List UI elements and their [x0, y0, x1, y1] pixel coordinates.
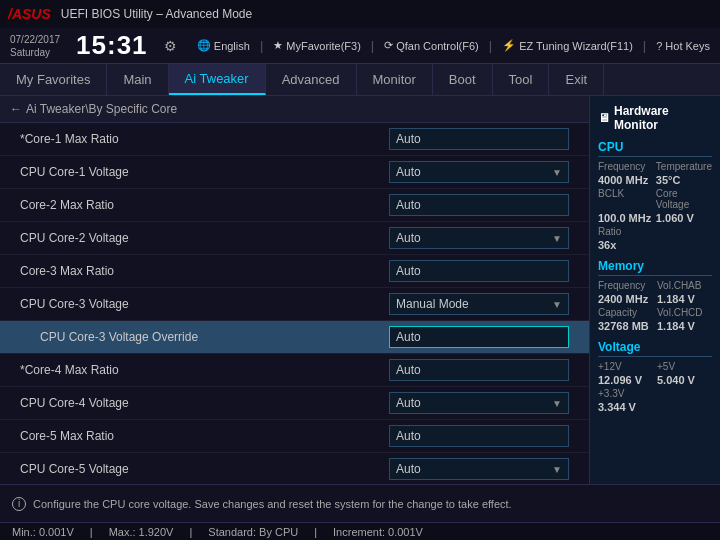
settings-panel: ← Ai Tweaker\By Specific Core *Core-1 Ma… — [0, 96, 590, 484]
constraints-bar: Min.: 0.001V | Max.: 1.920V | Standard: … — [0, 522, 720, 540]
setting-core2-max[interactable]: Core-2 Max Ratio Auto — [0, 189, 589, 222]
language-tool[interactable]: 🌐 English — [197, 39, 250, 52]
dropdown-arrow-icon: ▼ — [552, 464, 562, 475]
tab-boot[interactable]: Boot — [433, 64, 493, 95]
hardware-monitor-panel: 🖥 Hardware Monitor CPU Frequency Tempera… — [590, 96, 720, 484]
hw-label: Core Voltage — [656, 188, 712, 210]
setting-core1-voltage[interactable]: CPU Core-1 Voltage Auto ▼ — [0, 156, 589, 189]
tab-my-favorites[interactable]: My Favorites — [0, 64, 107, 95]
hw-label: +5V — [657, 361, 712, 372]
setting-value[interactable]: Auto — [389, 128, 569, 150]
setting-label: Core-5 Max Ratio — [20, 429, 389, 443]
hw-value: 12.096 V — [598, 374, 653, 386]
setting-value[interactable]: Auto — [389, 425, 569, 447]
setting-core1-max[interactable]: *Core-1 Max Ratio Auto — [0, 123, 589, 156]
setting-value[interactable]: Auto — [389, 260, 569, 282]
setting-label: CPU Core-3 Voltage — [20, 297, 389, 311]
hw-memory-title: Memory — [598, 259, 712, 276]
hw-voltage-grid: +12V +5V 12.096 V 5.040 V +3.3V 3.344 V — [598, 361, 712, 413]
hotkeys-tool[interactable]: ? Hot Keys — [656, 40, 710, 52]
setting-label: *Core-1 Max Ratio — [20, 132, 389, 146]
hw-value: 3.344 V — [598, 401, 653, 413]
max-value: Max.: 1.920V — [109, 526, 174, 538]
hw-memory-grid: Frequency Vol.CHAB 2400 MHz 1.184 V Capa… — [598, 280, 712, 332]
setting-core3-override[interactable]: CPU Core-3 Voltage Override Auto — [0, 321, 589, 354]
tab-advanced[interactable]: Advanced — [266, 64, 357, 95]
hw-value: 32768 MB — [598, 320, 653, 332]
ez-tuning-tool[interactable]: ⚡ EZ Tuning Wizard(F11) — [502, 39, 633, 52]
setting-core2-voltage[interactable]: CPU Core-2 Voltage Auto ▼ — [0, 222, 589, 255]
setting-value[interactable]: Auto — [389, 359, 569, 381]
tab-monitor[interactable]: Monitor — [357, 64, 433, 95]
date: 07/22/2017 — [10, 33, 60, 46]
hw-label: Vol.CHCD — [657, 307, 712, 318]
hw-value: 2400 MHz — [598, 293, 653, 305]
setting-core3-max[interactable]: Core-3 Max Ratio Auto — [0, 255, 589, 288]
info-text: i Configure the CPU core voltage. Save c… — [12, 497, 708, 511]
dropdown-arrow-icon: ▼ — [552, 233, 562, 244]
setting-dropdown[interactable]: Auto ▼ — [389, 161, 569, 183]
qfan-tool[interactable]: ⟳ Qfan Control(F6) — [384, 39, 479, 52]
min-value: Min.: 0.001V — [12, 526, 74, 538]
setting-dropdown[interactable]: Manual Mode ▼ — [389, 293, 569, 315]
hw-label: Vol.CHAB — [657, 280, 712, 291]
day: Saturday — [10, 46, 60, 59]
setting-label: *Core-4 Max Ratio — [20, 363, 389, 377]
hw-value: 5.040 V — [657, 374, 712, 386]
top-bar: /ASUS UEFI BIOS Utility – Advanced Mode — [0, 0, 720, 28]
setting-label: CPU Core-1 Voltage — [20, 165, 389, 179]
back-arrow-icon[interactable]: ← — [10, 102, 22, 116]
info-icon: i — [12, 497, 26, 511]
dropdown-arrow-icon: ▼ — [552, 299, 562, 310]
hw-label: +12V — [598, 361, 653, 372]
hw-label: Temperature — [656, 161, 712, 172]
hw-value: 1.184 V — [657, 293, 712, 305]
setting-value-active[interactable]: Auto — [389, 326, 569, 348]
hw-value: 36x — [598, 239, 652, 251]
tab-tool[interactable]: Tool — [493, 64, 550, 95]
hw-label: Frequency — [598, 161, 652, 172]
setting-core3-voltage[interactable]: CPU Core-3 Voltage Manual Mode ▼ — [0, 288, 589, 321]
setting-dropdown[interactable]: Auto ▼ — [389, 227, 569, 249]
standard-value: Standard: By CPU — [208, 526, 298, 538]
breadcrumb-path: Ai Tweaker\By Specific Core — [26, 102, 177, 116]
setting-core5-max[interactable]: Core-5 Max Ratio Auto — [0, 420, 589, 453]
setting-label: Core-2 Max Ratio — [20, 198, 389, 212]
tab-exit[interactable]: Exit — [549, 64, 604, 95]
sep2: | — [189, 526, 192, 538]
main-layout: ← Ai Tweaker\By Specific Core *Core-1 Ma… — [0, 96, 720, 484]
hw-label: +3.3V — [598, 388, 653, 399]
time-display: 15:31 — [76, 30, 148, 61]
gear-icon[interactable]: ⚙ — [164, 38, 177, 54]
tab-main[interactable]: Main — [107, 64, 168, 95]
setting-label: Core-3 Max Ratio — [20, 264, 389, 278]
monitor-icon: 🖥 — [598, 111, 610, 125]
setting-value[interactable]: Auto — [389, 194, 569, 216]
setting-core4-max[interactable]: *Core-4 Max Ratio Auto — [0, 354, 589, 387]
dropdown-arrow-icon: ▼ — [552, 398, 562, 409]
top-tools: 🌐 English | ★ MyFavorite(F3) | ⟳ Qfan Co… — [197, 38, 710, 53]
increment-value: Increment: 0.001V — [333, 526, 423, 538]
asus-logo: /ASUS — [8, 6, 51, 22]
setting-core4-voltage[interactable]: CPU Core-4 Voltage Auto ▼ — [0, 387, 589, 420]
hw-label: Ratio — [598, 226, 652, 237]
myfavorite-tool[interactable]: ★ MyFavorite(F3) — [273, 39, 361, 52]
bios-title: UEFI BIOS Utility – Advanced Mode — [61, 7, 252, 21]
date-block: 07/22/2017 Saturday — [10, 33, 60, 59]
setting-label: CPU Core-3 Voltage Override — [20, 330, 389, 344]
hw-value: 4000 MHz — [598, 174, 652, 186]
setting-label: CPU Core-4 Voltage — [20, 396, 389, 410]
hw-label: Frequency — [598, 280, 653, 291]
dropdown-arrow-icon: ▼ — [552, 167, 562, 178]
hw-label: BCLK — [598, 188, 652, 210]
hw-monitor-title: 🖥 Hardware Monitor — [598, 104, 712, 132]
tab-ai-tweaker[interactable]: Ai Tweaker — [169, 64, 266, 95]
setting-dropdown[interactable]: Auto ▼ — [389, 392, 569, 414]
hw-value: 100.0 MHz — [598, 212, 652, 224]
sep3: | — [314, 526, 317, 538]
nav-bar: My Favorites Main Ai Tweaker Advanced Mo… — [0, 64, 720, 96]
sep1: | — [90, 526, 93, 538]
setting-dropdown[interactable]: Auto ▼ — [389, 458, 569, 480]
hw-cpu-grid: Frequency Temperature 4000 MHz 35°C BCLK… — [598, 161, 712, 251]
setting-core5-voltage[interactable]: CPU Core-5 Voltage Auto ▼ — [0, 453, 589, 484]
